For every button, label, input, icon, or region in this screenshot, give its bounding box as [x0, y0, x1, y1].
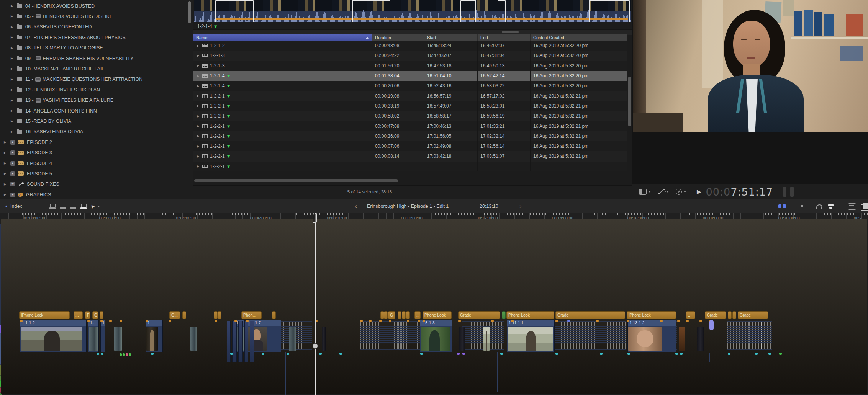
disclosure-triangle-icon[interactable]: ▶ — [10, 57, 14, 60]
disclosure-triangle-icon[interactable]: ▶ — [10, 4, 14, 8]
disclosure-triangle-icon[interactable]: ▶ — [196, 165, 200, 168]
title-clip[interactable]: Phone Look — [423, 311, 452, 319]
column-header-duration[interactable]: Duration — [372, 34, 424, 41]
title-clip[interactable] — [384, 311, 388, 319]
disclosure-triangle-icon[interactable]: ▶ — [10, 99, 14, 102]
sidebar-item-bin[interactable]: ▶11 - MACKENZIE QUESTIONS HER ATTRACTION — [0, 74, 193, 85]
disclosure-triangle-icon[interactable]: ▶ — [10, 25, 14, 29]
title-clip[interactable]: iPhone Lock — [627, 311, 676, 319]
sidebar-item-bin[interactable]: ▶09 - EREMIAH SHARES HIS VULNERABILITY — [0, 53, 193, 64]
table-row[interactable]: ▶1-2-2-1♥00:00:33:1916:57:49:0716:58:23:… — [193, 101, 627, 111]
disclosure-triangle-icon[interactable]: ▶ — [196, 134, 200, 138]
disclosure-triangle-icon[interactable]: ▶ — [3, 172, 7, 175]
sidebar-item-bin[interactable]: ▶15 - READ BY OLIVIA — [0, 116, 193, 126]
disclosure-triangle-icon[interactable]: ▶ — [196, 94, 200, 98]
sidebar-item-event[interactable]: ▶★GRAPHICS — [0, 189, 193, 199]
column-header-content-created[interactable]: Content Created — [531, 34, 627, 41]
column-header-name[interactable]: Name — [193, 34, 372, 41]
table-row[interactable]: ▶1-2-2-1♥00:00:36:0917:01:56:0517:02:32:… — [193, 131, 627, 141]
sidebar-scrollbar[interactable] — [188, 1, 191, 23]
disclosure-triangle-icon[interactable]: ▶ — [10, 109, 14, 113]
lavender-marker[interactable] — [709, 320, 714, 330]
connected-video-clip[interactable] — [0, 333, 11, 365]
sidebar-item-bin[interactable]: ▶13 - YASHVI FEELS LIKE A FAILURE — [0, 95, 193, 106]
table-row[interactable]: ▶1-2-2-1♥00:00:07:0617:02:49:0817:02:56:… — [193, 141, 627, 151]
filmstrip-resize-handle[interactable] — [502, 31, 519, 33]
disclosure-triangle-icon[interactable]: ▶ — [3, 162, 7, 165]
chevron-down-icon[interactable] — [667, 191, 669, 193]
timeline-history-forward[interactable]: › — [519, 199, 522, 213]
title-clip[interactable]: G — [388, 311, 395, 319]
range-selection-box[interactable] — [352, 0, 390, 22]
disclosure-triangle-icon[interactable]: ▶ — [10, 78, 14, 81]
disclosure-triangle-icon[interactable]: ▶ — [196, 84, 200, 88]
disclosure-triangle-icon[interactable]: ▶ — [196, 104, 200, 108]
disclosure-triangle-icon[interactable]: ▶ — [196, 155, 200, 158]
table-row[interactable]: ▶1-2-1-300:00:24:2216:47:06:0716:47:31:0… — [193, 51, 627, 60]
playhead-scrub-dot[interactable] — [313, 343, 318, 349]
disclosure-triangle-icon[interactable]: ▶ — [196, 64, 200, 67]
sidebar-item-bin[interactable]: ▶10 - MACKENZIE AND RITCHIE FAIL — [0, 64, 193, 74]
disclosure-triangle-icon[interactable]: ▶ — [10, 67, 14, 70]
audio-skimming-toggle[interactable] — [801, 199, 807, 213]
column-header-start[interactable]: Start — [424, 34, 478, 41]
table-vertical-scrollbar[interactable] — [628, 77, 631, 126]
sidebar-item-bin[interactable]: ▶06 - YASHVI IS CONFRONTED — [0, 22, 193, 32]
disclosure-triangle-icon[interactable]: ▶ — [10, 46, 14, 50]
chevron-down-icon[interactable] — [649, 191, 651, 193]
index-button[interactable]: Index — [5, 199, 22, 213]
sidebar-item-bin[interactable]: ▶14 - ANGELA CONFRONTS FINN — [0, 106, 193, 116]
pointer-tool-button[interactable]: ➤ — [90, 199, 100, 213]
title-clip[interactable] — [272, 311, 276, 319]
table-row[interactable]: ▶1-2-1-200:00:48:0816:45:18:2416:46:07:0… — [193, 41, 627, 51]
retime-gauge-icon[interactable] — [676, 189, 682, 195]
table-horizontal-scrollbar[interactable] — [194, 179, 398, 182]
video-clip[interactable]: 1 — [100, 320, 105, 352]
sidebar-item-bin[interactable]: ▶05 - HENDRIX VOICES HIS DISLIKE — [0, 11, 193, 21]
sidebar-item-bin[interactable]: ▶07 - RITCHIE'S STRESSING ABOUT PHYSICS — [0, 32, 193, 42]
title-clip[interactable] — [100, 311, 103, 319]
disclosure-triangle-icon[interactable]: ▶ — [3, 140, 7, 144]
table-row[interactable]: ▶1-2-2-1♥00:00:47:0817:00:46:1317:01:33:… — [193, 121, 627, 131]
title-clip[interactable] — [402, 311, 406, 319]
disclosure-triangle-icon[interactable]: ▶ — [196, 145, 200, 148]
column-header-end[interactable]: End — [478, 34, 531, 41]
title-clip[interactable]: Phon... — [241, 311, 262, 319]
sidebar-item-bin[interactable]: ▶04 - HENDRIX AVOIDS BUSTED — [0, 1, 193, 11]
append-edit-icon[interactable] — [70, 204, 77, 209]
title-clip[interactable]: G... — [169, 311, 180, 319]
sidebar-item-event[interactable]: ▶★EPISODE 5 — [0, 168, 193, 179]
range-selection-box[interactable] — [589, 0, 630, 22]
chevron-down-icon[interactable] — [684, 191, 686, 193]
viewer-display-icon[interactable] — [639, 189, 647, 195]
table-row[interactable]: ▶1-2-1-300:01:56:2016:47:53:1816:49:50:1… — [193, 61, 627, 71]
title-clip[interactable]: Phone Look — [506, 311, 554, 319]
expanded-audio-clip[interactable] — [250, 321, 254, 362]
title-clip[interactable] — [728, 311, 732, 319]
expanded-audio-clip[interactable] — [244, 321, 248, 362]
range-selection-box[interactable] — [460, 0, 476, 22]
title-clip[interactable]: .. — [686, 311, 695, 319]
viewer-video-frame[interactable] — [633, 0, 868, 132]
sidebar-item-event[interactable]: ▶★SOUND FIXES — [0, 179, 193, 189]
skimming-toggle[interactable] — [778, 199, 786, 213]
title-clip[interactable]: iPhone Lock — [19, 311, 70, 319]
disclosure-triangle-icon[interactable]: ▶ — [10, 130, 14, 134]
title-clip[interactable]: G — [92, 311, 98, 319]
sidebar-item-bin[interactable]: ▶12 - HENDRIX UNVEILS HIS PLAN — [0, 85, 193, 95]
expanded-audio-clip[interactable] — [238, 321, 243, 362]
playhead-line[interactable] — [315, 213, 316, 395]
disclosure-triangle-icon[interactable]: ▶ — [196, 54, 200, 57]
disclosure-triangle-icon[interactable]: ▶ — [10, 15, 14, 18]
disclosure-triangle-icon[interactable]: ▶ — [10, 36, 14, 39]
table-row[interactable]: ▶1-2-1-4♥00:01:38:0416:51:04:1016:52:42:… — [193, 71, 627, 81]
disclosure-triangle-icon[interactable]: ▶ — [3, 193, 7, 196]
table-row[interactable]: ▶1-2-2-1♥00:00:19:0816:56:57:1916:57:17:… — [193, 91, 627, 101]
sidebar-item-event[interactable]: ▶★EPISODE 3 — [0, 148, 193, 158]
title-clip[interactable] — [406, 311, 410, 319]
sidebar-item-event[interactable]: ▶★EPISODE 4 — [0, 158, 193, 168]
title-clip[interactable] — [218, 311, 221, 319]
expanded-audio-clip[interactable] — [232, 321, 237, 362]
project-title[interactable]: Erinsborough High - Episode 1 - Edit 1 — [367, 199, 449, 213]
disclosure-triangle-icon[interactable]: ▶ — [3, 151, 7, 155]
